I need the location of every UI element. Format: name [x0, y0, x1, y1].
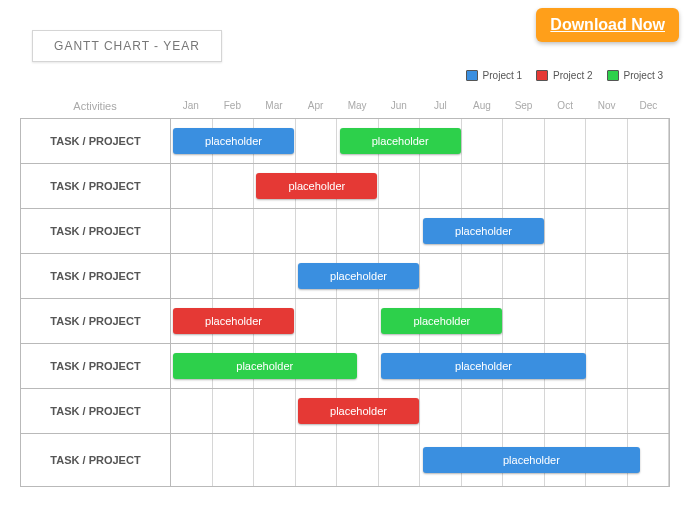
grid-cell — [254, 254, 296, 298]
gantt-row: TASK / PROJECTplaceholder — [21, 254, 669, 299]
grid-cell — [296, 209, 338, 253]
cells-area: placeholderplaceholder — [171, 299, 669, 343]
task-label: TASK / PROJECT — [21, 434, 171, 486]
legend-label: Project 2 — [553, 70, 592, 81]
download-button[interactable]: Download Now — [536, 8, 679, 42]
gantt-row: TASK / PROJECTplaceholder — [21, 434, 669, 486]
task-label: TASK / PROJECT — [21, 254, 171, 298]
grid-cell — [171, 254, 213, 298]
grid-cell — [379, 164, 421, 208]
grid-cell — [586, 119, 628, 163]
grid-cell — [462, 389, 504, 433]
gantt-bar[interactable]: placeholder — [423, 218, 544, 244]
grid-cell — [213, 254, 255, 298]
task-label: TASK / PROJECT — [21, 344, 171, 388]
gantt-bar[interactable]: placeholder — [298, 263, 419, 289]
grid-cell — [586, 389, 628, 433]
grid-cell — [628, 344, 670, 388]
gantt-grid: TASK / PROJECTplaceholderplaceholderTASK… — [20, 118, 670, 487]
gantt-bar[interactable]: placeholder — [256, 173, 377, 199]
gantt-bar[interactable]: placeholder — [173, 308, 294, 334]
legend-label: Project 3 — [624, 70, 663, 81]
month-header: Jan — [170, 100, 212, 112]
gantt-bar[interactable]: placeholder — [423, 447, 640, 473]
grid-cell — [462, 164, 504, 208]
grid-cell — [379, 434, 421, 486]
month-header: Feb — [212, 100, 254, 112]
task-label: TASK / PROJECT — [21, 119, 171, 163]
grid-cell — [462, 119, 504, 163]
gantt-row: TASK / PROJECTplaceholderplaceholder — [21, 299, 669, 344]
grid-cell — [462, 254, 504, 298]
month-header: Sep — [503, 100, 545, 112]
grid-cell — [628, 209, 670, 253]
gantt-bar[interactable]: placeholder — [173, 353, 357, 379]
grid-cell — [379, 209, 421, 253]
month-header: Apr — [295, 100, 337, 112]
task-label: TASK / PROJECT — [21, 389, 171, 433]
grid-cell — [337, 209, 379, 253]
grid-cell — [628, 164, 670, 208]
grid-cell — [337, 434, 379, 486]
grid-cell — [628, 119, 670, 163]
activities-header: Activities — [20, 100, 170, 112]
task-label: TASK / PROJECT — [21, 299, 171, 343]
legend-swatch — [466, 70, 478, 81]
grid-cell — [586, 344, 628, 388]
grid-cell — [254, 389, 296, 433]
grid-cell — [337, 299, 379, 343]
gantt-row: TASK / PROJECTplaceholderplaceholder — [21, 344, 669, 389]
task-label: TASK / PROJECT — [21, 164, 171, 208]
grid-cell — [586, 164, 628, 208]
gantt-row: TASK / PROJECTplaceholderplaceholder — [21, 119, 669, 164]
grid-cell — [545, 209, 587, 253]
grid-cell — [254, 209, 296, 253]
month-header: Aug — [461, 100, 503, 112]
legend-swatch — [607, 70, 619, 81]
gantt-row: TASK / PROJECTplaceholder — [21, 209, 669, 254]
gantt-row: TASK / PROJECTplaceholder — [21, 164, 669, 209]
grid-cell — [171, 209, 213, 253]
month-header: Jul — [420, 100, 462, 112]
grid-cell — [213, 209, 255, 253]
grid-cell — [213, 434, 255, 486]
legend: Project 1 Project 2 Project 3 — [466, 70, 663, 81]
grid-cell — [503, 254, 545, 298]
month-header: May — [336, 100, 378, 112]
grid-cell — [628, 254, 670, 298]
grid-cell — [586, 209, 628, 253]
cells-area: placeholder — [171, 209, 669, 253]
grid-cell — [586, 254, 628, 298]
cells-area: placeholderplaceholder — [171, 344, 669, 388]
legend-item: Project 3 — [607, 70, 663, 81]
grid-cell — [586, 299, 628, 343]
grid-cell — [545, 119, 587, 163]
month-header: Mar — [253, 100, 295, 112]
grid-cell — [545, 164, 587, 208]
grid-cell — [420, 254, 462, 298]
grid-cell — [420, 164, 462, 208]
gantt-row: TASK / PROJECTplaceholder — [21, 389, 669, 434]
month-header: Jun — [378, 100, 420, 112]
grid-cell — [296, 119, 338, 163]
gantt-bar[interactable]: placeholder — [173, 128, 294, 154]
grid-cell — [545, 389, 587, 433]
legend-swatch — [536, 70, 548, 81]
grid-cell — [171, 164, 213, 208]
legend-item: Project 1 — [466, 70, 522, 81]
legend-item: Project 2 — [536, 70, 592, 81]
grid-cell — [171, 434, 213, 486]
grid-cell — [628, 299, 670, 343]
grid-cell — [296, 299, 338, 343]
gantt-bar[interactable]: placeholder — [381, 353, 585, 379]
grid-cell — [628, 389, 670, 433]
gantt-bar[interactable]: placeholder — [298, 398, 419, 424]
grid-cell — [213, 389, 255, 433]
month-header: Dec — [628, 100, 670, 112]
gantt-bar[interactable]: placeholder — [381, 308, 502, 334]
cells-area: placeholder — [171, 434, 669, 486]
grid-cell — [503, 164, 545, 208]
grid-cell — [213, 164, 255, 208]
grid-cell — [254, 434, 296, 486]
gantt-bar[interactable]: placeholder — [340, 128, 461, 154]
